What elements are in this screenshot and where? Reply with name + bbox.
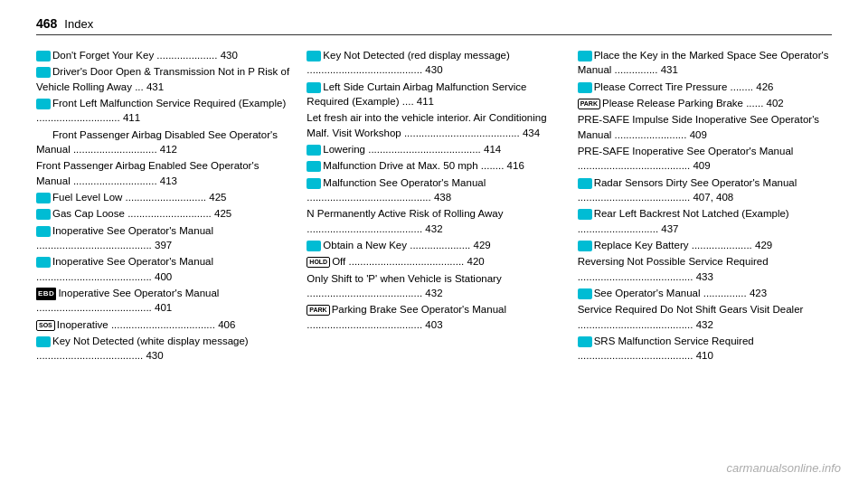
key2-icon <box>36 336 51 347</box>
entry-dots: ........................................ <box>578 271 693 282</box>
entry-dots: ............................. <box>36 112 120 123</box>
entry-dots: ............................ <box>578 223 658 234</box>
list-item: Malfunction Drive at Max. 50 mph .......… <box>307 158 561 173</box>
door-icon <box>36 67 51 78</box>
list-item: Gas Cap Loose ..........................… <box>36 206 290 221</box>
entry-page: 403 <box>425 319 442 330</box>
page: 468 Index Don't Forget Your Key ........… <box>0 0 868 383</box>
entry-page: 438 <box>434 192 451 203</box>
entry-dots: ........ <box>481 160 505 171</box>
entry-dots: ............................ <box>126 192 206 203</box>
entry-page: 416 <box>507 160 524 171</box>
entry-dots: ........................................ <box>307 319 422 330</box>
entry-page: 407, 408 <box>693 192 733 203</box>
entry-page: 423 <box>750 288 767 298</box>
entry-text: Please Release Parking Brake <box>602 98 743 109</box>
key-icon <box>36 51 51 61</box>
entry-page: 430 <box>425 64 442 75</box>
entry-dots: ....................................... <box>578 160 691 171</box>
entry-dots: ........................................ <box>307 64 422 75</box>
entry-dots: ......................... <box>615 129 687 140</box>
entry-text: Don't Forget Your Key <box>52 50 154 61</box>
entry-dots: ........................................ <box>404 128 520 138</box>
list-item: SRS Malfunction Service Required .......… <box>578 334 832 364</box>
entry-page: 413 <box>160 175 177 186</box>
entry-page: 410 <box>696 350 713 361</box>
entry-dots: ........................................ <box>307 288 422 298</box>
entry-page: 437 <box>661 223 678 234</box>
list-item: Place the Key in the Marked Space See Op… <box>578 48 832 78</box>
entry-text: Parking Brake See Operator's Manual <box>332 304 506 315</box>
entry-page: 429 <box>755 240 772 250</box>
entry-dots: ....................................... <box>578 192 691 203</box>
entry-text: Please Correct Tire Pressure <box>594 81 728 92</box>
battery-icon <box>578 241 592 251</box>
entry-page: 402 <box>767 98 784 109</box>
entry-text: Front Left Malfunction Service Required … <box>52 98 286 109</box>
park-icon: PARK <box>307 305 329 316</box>
fuel-icon <box>36 193 51 203</box>
entry-dots: ........................................ <box>307 223 422 234</box>
entry-text: Rear Left Backrest Not Latched (Example) <box>594 208 789 219</box>
list-item: Inoperative See Operator's Manual ......… <box>36 254 290 284</box>
entry-text: Lowering <box>323 144 365 155</box>
placekey-icon <box>578 51 592 61</box>
entry-page: 425 <box>214 208 231 219</box>
entry-dots: ... <box>135 81 144 92</box>
entry-page: 400 <box>155 271 172 282</box>
list-item: SOSInoperative .........................… <box>36 317 290 332</box>
entry-dots: ..................... <box>410 240 470 250</box>
entry-text: Obtain a New Key <box>323 240 407 250</box>
entry-text: Reversing Not Possible Service Required <box>578 256 769 267</box>
gascap-icon <box>36 209 51 220</box>
list-item: Front Left Malfunction Service Required … <box>36 96 290 126</box>
entry-dots: ..................... <box>692 240 752 250</box>
list-item: PRE-SAFE Inoperative See Operator's Manu… <box>578 144 832 174</box>
entry-dots: ..................... <box>156 50 217 61</box>
entry-dots: ..................................... <box>36 350 143 361</box>
entry-text: Inoperative See Operator's Manual <box>58 288 219 298</box>
list-item: Driver's Door Open & Transmission Not in… <box>36 64 290 94</box>
list-item: Let fresh air into the vehicle interior.… <box>307 110 561 140</box>
entry-dots: ............................. <box>127 208 212 219</box>
entry-dots: ........................................ <box>349 256 465 267</box>
entry-text: Inoperative <box>57 319 108 330</box>
opsmanual-icon <box>578 288 592 299</box>
list-item: Key Not Detected (white display message)… <box>36 334 290 364</box>
newkey-icon <box>307 241 321 251</box>
entry-page: 406 <box>218 319 235 330</box>
entry-dots: ............................. <box>73 175 157 186</box>
entry-text: Only Shift to 'P' when Vehicle is Statio… <box>307 273 501 284</box>
list-item: Replace Key Battery ....................… <box>578 238 832 252</box>
entry-dots: ....................................... <box>368 144 481 155</box>
ebd-icon: EBD <box>36 288 56 299</box>
list-item: Rear Left Backrest Not Latched (Example)… <box>578 206 832 236</box>
list-item: Front Passenger Airbag Enabled See Opera… <box>36 158 290 188</box>
entry-text: See Operator's Manual <box>594 288 701 298</box>
entry-dots: ........................................ <box>578 319 693 330</box>
info-icon <box>36 226 51 237</box>
entry-page: 430 <box>146 350 163 361</box>
entry-page: 431 <box>146 81 164 92</box>
entry-page: 425 <box>209 192 226 203</box>
wrench-icon <box>36 257 51 268</box>
entry-page: 432 <box>425 288 442 298</box>
list-item: Left Side Curtain Airbag Malfunction Ser… <box>307 80 561 109</box>
malfunction-icon <box>36 99 51 109</box>
airbag-icon <box>307 82 321 93</box>
key3-icon <box>307 51 321 61</box>
entry-page: 414 <box>484 144 501 155</box>
entry-dots: ........................................ <box>36 302 152 313</box>
entry-page: 434 <box>523 128 540 138</box>
list-item: Front Passenger Airbag Disabled See Oper… <box>36 128 290 157</box>
lower-icon <box>307 145 321 156</box>
entry-dots: ............................. <box>73 144 157 155</box>
entry-dots: ............... <box>615 64 658 75</box>
entry-page: 420 <box>467 256 485 267</box>
entry-text: Malfunction See Operator's Manual <box>323 177 486 188</box>
entry-page: 431 <box>661 64 678 75</box>
srs-icon <box>578 336 592 347</box>
list-item: HOLDOff ................................… <box>307 254 561 269</box>
index-col-1: Don't Forget Your Key ..................… <box>36 48 307 365</box>
entry-text: SRS Malfunction Service Required <box>594 336 754 346</box>
